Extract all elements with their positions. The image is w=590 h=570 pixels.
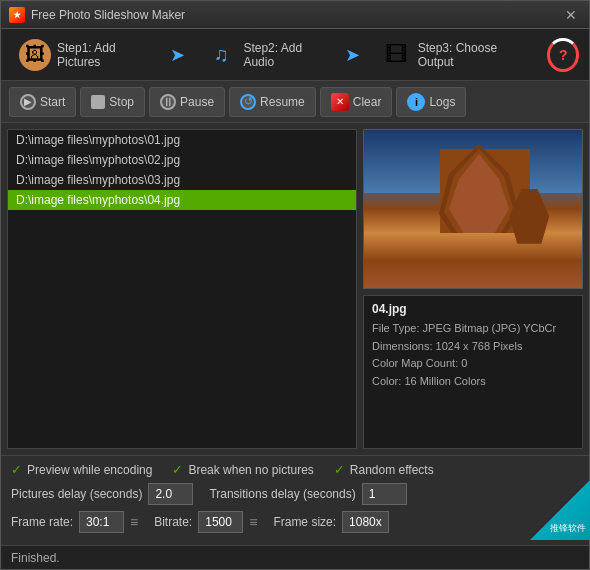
pictures-delay-label: Pictures delay (seconds) — [11, 487, 142, 501]
clear-label: Clear — [353, 95, 382, 109]
bottom-options: ✓ Preview while encoding ✓ Break when no… — [1, 455, 589, 545]
preview-filename: 04.jpg — [372, 302, 574, 316]
random-effects-label: Random effects — [350, 463, 434, 477]
bitrate-label: Bitrate: — [154, 515, 192, 529]
check-icon-2: ✓ — [172, 462, 183, 477]
pictures-delay-input[interactable]: 2.0 — [148, 483, 193, 505]
check-icon-3: ✓ — [334, 462, 345, 477]
bitrate-setting: Bitrate: 1500 ≡ — [154, 511, 257, 533]
resume-button[interactable]: ↺ Resume — [229, 87, 316, 117]
step1-label: Step1: Add Pictures — [57, 41, 150, 69]
stop-label: Stop — [109, 95, 134, 109]
transitions-delay-label: Transitions delay (seconds) — [209, 487, 355, 501]
pictures-delay-setting: Pictures delay (seconds) 2.0 — [11, 483, 193, 505]
stop-button[interactable]: Stop — [80, 87, 145, 117]
frame-rate-input[interactable]: 30:1 — [79, 511, 124, 533]
clear-button[interactable]: ✕ Clear — [320, 87, 393, 117]
start-button[interactable]: ▶ Start — [9, 87, 76, 117]
main-window: ★ Free Photo Slideshow Maker ✕ 🖼 Step1: … — [0, 0, 590, 570]
preview-color: Color: 16 Million Colors — [372, 373, 574, 391]
clear-icon: ✕ — [331, 93, 349, 111]
list-item[interactable]: D:\image files\myphotos\02.jpg — [8, 150, 356, 170]
watermark-text: 推锋软件 — [550, 523, 586, 534]
logs-button[interactable]: i Logs — [396, 87, 466, 117]
status-bar: Finished. — [1, 545, 589, 569]
break-no-pictures-label: Break when no pictures — [188, 463, 313, 477]
frame-size-input[interactable]: 1080x — [342, 511, 389, 533]
preview-colormap: Color Map Count: 0 — [372, 355, 574, 373]
status-text: Finished. — [11, 551, 60, 565]
step1-icon: 🖼 — [19, 39, 51, 71]
arrow-icon-1: ➤ — [170, 44, 185, 66]
check-icon-1: ✓ — [11, 462, 22, 477]
frame-size-setting: Frame size: 1080x — [273, 511, 388, 533]
list-item[interactable]: D:\image files\myphotos\03.jpg — [8, 170, 356, 190]
frame-size-label: Frame size: — [273, 515, 336, 529]
logs-label: Logs — [429, 95, 455, 109]
pause-icon: ⏸ — [160, 94, 176, 110]
resume-icon: ↺ — [240, 94, 256, 110]
pause-button[interactable]: ⏸ Pause — [149, 87, 225, 117]
ground-layer — [364, 233, 582, 288]
break-no-pictures-checkbox[interactable]: ✓ Break when no pictures — [172, 462, 313, 477]
window-title: Free Photo Slideshow Maker — [31, 8, 561, 22]
random-effects-checkbox[interactable]: ✓ Random effects — [334, 462, 434, 477]
options-row: ✓ Preview while encoding ✓ Break when no… — [11, 462, 579, 477]
bitrate-input[interactable]: 1500 — [198, 511, 243, 533]
help-icon[interactable]: ? — [547, 38, 579, 72]
frame-rate-icon[interactable]: ≡ — [130, 514, 138, 530]
preview-encoding-checkbox[interactable]: ✓ Preview while encoding — [11, 462, 152, 477]
step3-icon: 🎞 — [380, 39, 412, 71]
preview-panel: 04.jpg File Type: JPEG Bitmap (JPG) YCbC… — [363, 129, 583, 449]
bitrate-icon[interactable]: ≡ — [249, 514, 257, 530]
file-list[interactable]: D:\image files\myphotos\01.jpg D:\image … — [7, 129, 357, 449]
steps-bar: 🖼 Step1: Add Pictures ➤ ♫ Step2: Add Aud… — [1, 29, 589, 81]
transitions-delay-setting: Transitions delay (seconds) 1 — [209, 483, 406, 505]
step2-label: Step2: Add Audio — [243, 41, 324, 69]
settings-row-1: Pictures delay (seconds) 2.0 Transitions… — [11, 483, 579, 505]
preview-dimensions: Dimensions: 1024 x 768 Pixels — [372, 338, 574, 356]
stop-icon — [91, 95, 105, 109]
preview-encoding-label: Preview while encoding — [27, 463, 152, 477]
list-item[interactable]: D:\image files\myphotos\01.jpg — [8, 130, 356, 150]
step2-icon: ♫ — [205, 39, 237, 71]
arrow-icon-2: ➤ — [345, 44, 360, 66]
transitions-delay-input[interactable]: 1 — [362, 483, 407, 505]
start-label: Start — [40, 95, 65, 109]
play-icon: ▶ — [20, 94, 36, 110]
step2-button[interactable]: ♫ Step2: Add Audio — [197, 35, 332, 75]
preview-info: 04.jpg File Type: JPEG Bitmap (JPG) YCbC… — [363, 295, 583, 449]
settings-row-2: Frame rate: 30:1 ≡ Bitrate: 1500 ≡ Frame… — [11, 511, 579, 533]
titlebar: ★ Free Photo Slideshow Maker ✕ — [1, 1, 589, 29]
preview-image-inner — [364, 130, 582, 288]
frame-rate-setting: Frame rate: 30:1 ≡ — [11, 511, 138, 533]
step3-button[interactable]: 🎞 Step3: Choose Output — [372, 35, 532, 75]
main-content: D:\image files\myphotos\01.jpg D:\image … — [1, 123, 589, 455]
step3-label: Step3: Choose Output — [418, 41, 524, 69]
preview-image — [363, 129, 583, 289]
toolbar: ▶ Start Stop ⏸ Pause ↺ Resume ✕ Clear i … — [1, 81, 589, 123]
info-icon: i — [407, 93, 425, 111]
resume-label: Resume — [260, 95, 305, 109]
frame-rate-label: Frame rate: — [11, 515, 73, 529]
app-icon: ★ — [9, 7, 25, 23]
close-button[interactable]: ✕ — [561, 7, 581, 23]
step1-button[interactable]: 🖼 Step1: Add Pictures — [11, 35, 158, 75]
pause-label: Pause — [180, 95, 214, 109]
preview-filetype: File Type: JPEG Bitmap (JPG) YCbCr — [372, 320, 574, 338]
list-item[interactable]: D:\image files\myphotos\04.jpg — [8, 190, 356, 210]
